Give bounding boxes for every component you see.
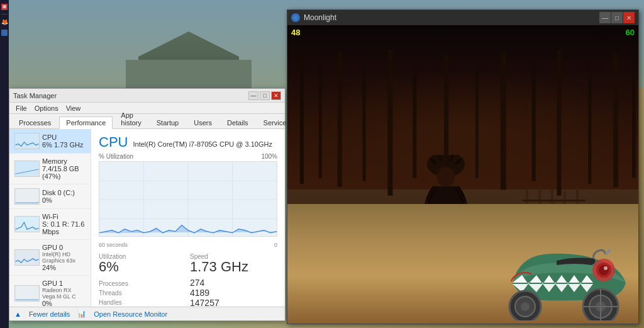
cpu-header: CPU Intel(R) Core(TM) i7-8705G CPU @ 3.1… <box>99 134 277 150</box>
sidebar-memory-value: 7.4/15.8 GB (47%) <box>42 165 86 180</box>
menu-options[interactable]: Options <box>31 105 62 112</box>
sidebar-memory-name: Memory <box>42 157 86 165</box>
graph-time-right: 0 <box>274 242 277 248</box>
graph-max: 100% <box>261 153 277 160</box>
svg-rect-15 <box>338 52 342 187</box>
speed-stat: Speed 1.73 GHz <box>190 253 277 274</box>
moonlight-minimize-btn[interactable]: — <box>599 12 611 23</box>
svg-point-49 <box>521 302 530 311</box>
motorcycle-scene <box>287 204 638 324</box>
svg-rect-17 <box>387 49 392 196</box>
fewer-details-link[interactable]: Fewer details <box>29 310 70 318</box>
graph-time-left: 60 seconds <box>99 242 128 248</box>
sidebar-gpu1-subname: Radeon RX Vega M GL C <box>42 287 86 300</box>
gpu0-thumbnail <box>14 249 40 266</box>
minimize-button[interactable]: — <box>248 91 258 100</box>
svg-rect-26 <box>632 62 636 178</box>
fps-counter-right: 60 <box>626 28 635 37</box>
sidebar-item-cpu[interactable]: CPU 6% 1.73 GHz <box>9 129 91 154</box>
sidebar-item-gpu1[interactable]: GPU 1 Radeon RX Vega M GL C 0% <box>9 276 91 307</box>
cpu-title: CPU <box>99 134 128 150</box>
fewer-details-icon: ▲ <box>14 310 21 318</box>
sidebar-item-memory[interactable]: Memory 7.4/15.8 GB (47%) <box>9 154 91 184</box>
sidebar-gpu0-value: 24% <box>42 264 86 271</box>
gpu1-thumbnail <box>14 285 40 302</box>
graph-label: % Utilization <box>99 153 133 160</box>
sidebar-gpu1-name: GPU 1 <box>42 280 86 287</box>
processes-threads-handles-values: 274 4189 147257 <box>190 278 277 307</box>
task-manager-sidebar: CPU 6% 1.73 GHz <box>9 129 91 307</box>
svg-point-35 <box>437 167 455 187</box>
tab-performance[interactable]: Performance <box>59 116 113 129</box>
sidebar-item-disk[interactable]: Disk 0 (C:) 0% <box>9 184 91 209</box>
processes-threads-handles: Processes Threads Handles <box>99 278 186 307</box>
utilization-stat: Utilization 6% <box>99 253 186 274</box>
task-manager-tabs: Processes Performance App history Startu… <box>9 114 285 129</box>
task-manager-titlebar[interactable]: Task Manager — □ ✕ <box>9 89 285 103</box>
open-resource-monitor-link[interactable]: Open Resource Monitor <box>94 310 167 318</box>
utilization-value: 6% <box>99 260 186 274</box>
close-button[interactable]: ✕ <box>271 91 281 100</box>
tab-app-history[interactable]: App history <box>114 109 148 128</box>
sidebar-gpu1-value: 0% <box>42 300 86 307</box>
task-manager-window: Task Manager — □ ✕ File Options View Pro… <box>9 88 286 321</box>
svg-rect-2 <box>16 189 39 204</box>
moonlight-window-controls: — □ ✕ <box>599 12 635 23</box>
menu-view[interactable]: View <box>62 105 85 112</box>
tab-processes[interactable]: Processes <box>12 116 58 128</box>
moonlight-titlebar[interactable]: Moonlight — □ ✕ <box>287 10 638 25</box>
svg-rect-22 <box>532 61 536 181</box>
motorcycle-svg <box>494 232 632 320</box>
svg-rect-0 <box>16 133 39 149</box>
moonlight-maximize-btn[interactable]: □ <box>611 12 623 23</box>
svg-rect-24 <box>588 58 591 184</box>
sidebar-gpu0-name: GPU 0 <box>42 244 86 251</box>
svg-rect-32 <box>523 200 586 201</box>
tab-users[interactable]: Users <box>187 116 219 128</box>
speed-value: 1.73 GHz <box>190 260 277 274</box>
firefox-taskbar-icon[interactable]: 🦊 <box>1 18 8 26</box>
sidebar-item-wifi[interactable]: Wi-Fi S: 0.1 R: 71.6 Mbps <box>9 209 91 240</box>
moonlight-title-text: Moonlight <box>304 13 336 22</box>
svg-rect-1 <box>16 161 39 176</box>
handles-value: 147257 <box>190 298 277 307</box>
task-manager-controls: — □ ✕ <box>248 91 281 100</box>
game-scene: 48 60 <box>287 25 638 324</box>
svg-point-40 <box>599 265 609 275</box>
svg-rect-4 <box>16 250 39 265</box>
cpu-thumbnail <box>14 133 40 149</box>
svg-rect-23 <box>557 49 561 196</box>
cpu-graph <box>99 161 277 237</box>
moonlight-close-btn[interactable]: ✕ <box>623 12 635 23</box>
handles-label: Handles <box>99 299 186 306</box>
sidebar-gpu0-subname: Intel(R) HD Graphics 63x <box>42 251 86 264</box>
tab-startup[interactable]: Startup <box>150 116 186 128</box>
threads-value: 4189 <box>190 288 277 298</box>
fps-right-value: 60 <box>626 28 635 37</box>
sidebar-disk-name: Disk 0 (C:) <box>42 189 86 196</box>
maximize-button[interactable]: □ <box>260 91 270 100</box>
app-taskbar-icon[interactable] <box>1 30 8 36</box>
taskbar-left: ⊞ 🦊 <box>0 0 9 328</box>
wifi-thumbnail <box>14 216 40 232</box>
tab-details[interactable]: Details <box>220 116 255 128</box>
svg-rect-20 <box>475 67 479 178</box>
fps-left-value: 48 <box>291 28 300 37</box>
start-button[interactable]: ⊞ <box>1 4 8 10</box>
svg-point-41 <box>604 266 608 270</box>
menu-file[interactable]: File <box>12 105 31 112</box>
moonlight-content[interactable]: 48 60 <box>287 25 638 324</box>
resource-monitor-icon: 📊 <box>77 310 86 318</box>
fps-counter-left: 48 <box>291 28 300 37</box>
cpu-stats-grid: Utilization 6% Speed 1.73 GHz Processes … <box>99 253 277 307</box>
svg-rect-14 <box>319 61 322 178</box>
sidebar-item-gpu0[interactable]: GPU 0 Intel(R) HD Graphics 63x 24% <box>9 240 91 276</box>
task-manager-title: Task Manager <box>13 92 57 99</box>
task-manager-body: CPU 6% 1.73 GHz <box>9 129 285 307</box>
svg-rect-25 <box>613 54 618 187</box>
disk-thumbnail <box>14 188 40 205</box>
sidebar-cpu-value: 6% 1.73 GHz <box>42 141 86 149</box>
moonlight-window: Moonlight — □ ✕ <box>287 9 639 324</box>
sidebar-wifi-name: Wi-Fi <box>42 213 86 220</box>
memory-thumbnail <box>14 161 40 177</box>
